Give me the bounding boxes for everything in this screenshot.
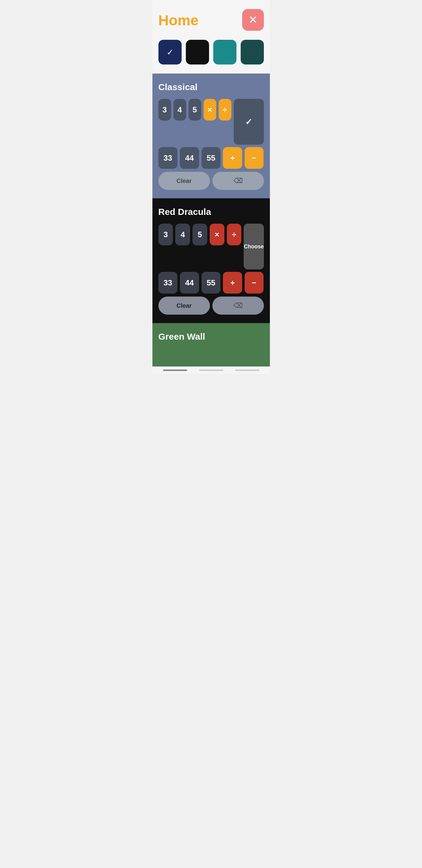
close-icon: ✕ (249, 14, 258, 25)
dracula-backspace-button[interactable]: ⌫ (213, 297, 264, 315)
key-3[interactable]: 3 (158, 99, 171, 121)
theme-classical: Classical 3 4 5 × ÷ ✓ 33 44 55 + − Clear… (153, 73, 270, 198)
dracula-key-55[interactable]: 55 (201, 272, 221, 293)
dracula-key-44[interactable]: 44 (180, 272, 199, 293)
classical-keypad: 3 4 5 × ÷ ✓ 33 44 55 + − (158, 99, 264, 169)
key-55[interactable]: 55 (201, 147, 221, 169)
scroll-indicators (153, 367, 270, 374)
dracula-key-4[interactable]: 4 (175, 224, 190, 245)
key-divide[interactable]: ÷ (219, 99, 231, 121)
greenwall-title: Green Wall (158, 332, 264, 342)
dracula-key-3[interactable]: 3 (158, 224, 173, 245)
key-plus[interactable]: + (223, 147, 242, 169)
swatch-teal[interactable] (213, 40, 236, 64)
classical-backspace-button[interactable]: ⌫ (213, 172, 264, 190)
page-title: Home (158, 12, 198, 29)
classical-bottom-left: Clear ⌫ (158, 172, 264, 190)
classical-bottom-row: Clear ⌫ (158, 172, 264, 190)
key-minus[interactable]: − (245, 147, 264, 169)
dracula-keypad: 3 4 5 × ÷ Choose 33 44 55 + − (158, 224, 264, 293)
close-button[interactable]: ✕ (242, 9, 264, 31)
color-swatches: ✓ (153, 37, 270, 73)
theme-dracula: Red Dracula 3 4 5 × ÷ Choose 33 44 55 + … (153, 198, 270, 323)
swatch-dark-teal[interactable] (241, 40, 264, 64)
dracula-row1: 3 4 5 × ÷ Choose (158, 224, 264, 270)
dracula-bottom-row: Clear ⌫ (158, 297, 264, 315)
backspace-icon: ⌫ (233, 177, 243, 185)
key-multiply[interactable]: × (204, 99, 216, 121)
dracula-key-plus[interactable]: + (223, 272, 242, 293)
key-4[interactable]: 4 (173, 99, 186, 121)
dracula-choose-button[interactable]: Choose (244, 224, 264, 270)
dracula-key-divide[interactable]: ÷ (227, 224, 241, 245)
dracula-key-minus[interactable]: − (245, 272, 264, 293)
dracula-key-33[interactable]: 33 (158, 272, 178, 293)
theme-greenwall: Green Wall (153, 323, 270, 367)
dracula-title: Red Dracula (158, 207, 264, 217)
swatch-navy[interactable]: ✓ (158, 40, 182, 64)
header: Home ✕ (153, 0, 270, 37)
key-33[interactable]: 33 (158, 147, 178, 169)
classical-title: Classical (158, 82, 264, 92)
backspace-icon-2: ⌫ (233, 302, 243, 310)
dracula-key-5[interactable]: 5 (192, 224, 207, 245)
scroll-dot-1 (163, 370, 187, 371)
swatch-selected-icon: ✓ (167, 47, 173, 57)
dracula-key-multiply[interactable]: × (209, 224, 224, 245)
swatch-black[interactable] (186, 40, 209, 64)
scroll-dot-3 (235, 370, 259, 371)
classical-row1: 3 4 5 × ÷ ✓ (158, 99, 264, 145)
dracula-clear-button[interactable]: Clear (158, 297, 210, 315)
scroll-dot-2 (199, 370, 223, 371)
dracula-row2: 33 44 55 + − (158, 272, 264, 293)
dracula-bottom-left: Clear ⌫ (158, 297, 264, 315)
classical-row2: 33 44 55 + − (158, 147, 264, 169)
key-44[interactable]: 44 (180, 147, 199, 169)
key-confirm[interactable]: ✓ (234, 99, 264, 145)
classical-clear-button[interactable]: Clear (158, 172, 210, 190)
key-5[interactable]: 5 (189, 99, 201, 121)
